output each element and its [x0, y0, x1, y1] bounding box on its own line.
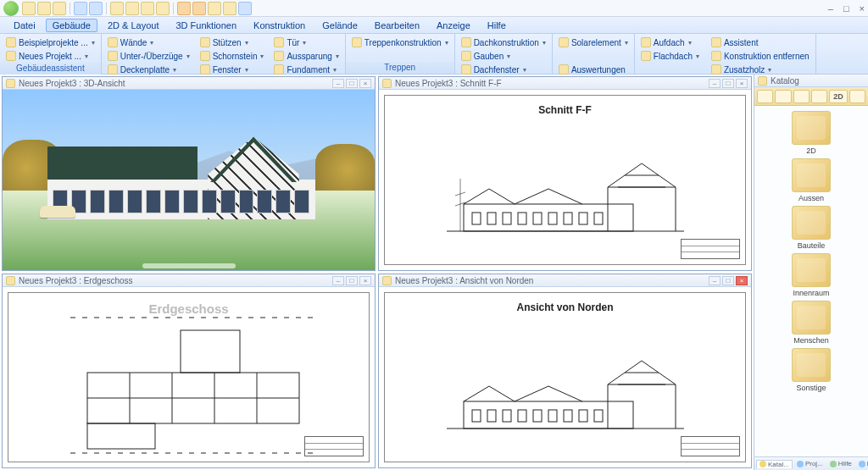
qat-tool-icon[interactable]: [223, 2, 236, 15]
catalog-tool-icon[interactable]: [849, 90, 865, 103]
ribbon-button[interactable]: Solarelement▾: [556, 36, 631, 49]
window-close-button[interactable]: ×: [860, 3, 865, 14]
mdi-close-button[interactable]: ×: [736, 79, 748, 88]
ribbon-button-label: Gauben: [474, 52, 504, 61]
mdi-body[interactable]: [3, 90, 375, 270]
car-icon: [40, 206, 75, 218]
ribbon-button[interactable]: Aussparung▾: [271, 49, 341, 63]
mdi-min-button[interactable]: –: [332, 79, 344, 88]
catalog-item[interactable]: Sonstige: [787, 348, 836, 392]
menu-item-bearbeiten[interactable]: Bearbeiten: [368, 19, 426, 32]
qat-new-icon[interactable]: [22, 2, 36, 15]
catalog-tool-icon[interactable]: [757, 90, 773, 103]
document-icon: [6, 79, 15, 88]
ribbon-button[interactable]: Treppenkonstruktion▾: [349, 36, 451, 49]
mdi-min-button[interactable]: –: [709, 79, 721, 88]
catalog-tab[interactable]: Katal...: [756, 460, 793, 468]
qat-save-icon[interactable]: [53, 2, 66, 15]
qat-tool-icon[interactable]: [208, 2, 221, 15]
ribbon-button[interactable]: Stützen▾: [198, 36, 267, 49]
qat-tool-icon[interactable]: [110, 2, 124, 15]
qat-undo-icon[interactable]: [74, 2, 87, 15]
catalog-2d-button[interactable]: 2D: [829, 90, 847, 103]
mdi-title-bar[interactable]: Neues Projekt3 : Schnitt F-F–□×: [379, 77, 751, 90]
chevron-down-icon: ▾: [507, 53, 510, 60]
ribbon-button[interactable]: Wände▾: [105, 36, 192, 49]
window-maximize-button[interactable]: □: [843, 3, 849, 14]
ribbon-button[interactable]: Schornstein▾: [198, 49, 267, 63]
mdi-title-bar[interactable]: Neues Projekt3 : Erdgeschoss–□×: [3, 274, 375, 287]
ribbon-button[interactable]: Aufdach▾: [638, 36, 702, 49]
mdi-min-button[interactable]: –: [709, 276, 721, 285]
catalog-item[interactable]: Menschen: [787, 301, 836, 345]
ribbon-button-label: Aufdach: [654, 38, 685, 47]
workspace: Neues Projekt3 : 3D-Ansicht–□×Neues Proj…: [0, 75, 868, 470]
menu-item-konstruktion[interactable]: Konstruktion: [247, 19, 312, 32]
ribbon-button[interactable]: Tür▾: [271, 36, 341, 49]
catalog-tool-icon[interactable]: [775, 90, 791, 103]
mdi-body[interactable]: Erdgeschoss: [3, 287, 375, 467]
menu-item-hilfe[interactable]: Hilfe: [481, 19, 513, 32]
qat-redo-icon[interactable]: [89, 2, 103, 15]
ribbon-button-label: Konstruktion entfernen: [724, 52, 810, 61]
app-icon[interactable]: [3, 1, 19, 16]
catalog-item[interactable]: Innenraum: [787, 253, 836, 297]
mdi-max-button[interactable]: □: [722, 79, 734, 88]
ribbon-button[interactable]: Flachdach▾: [638, 49, 702, 63]
qat-tool-icon[interactable]: [141, 2, 154, 15]
menu-item-anzeige[interactable]: Anzeige: [430, 19, 477, 32]
mdi-title-label: Neues Projekt3 : Ansicht von Norden: [395, 276, 533, 285]
drawing-sheet[interactable]: Schnitt F-F: [384, 95, 746, 265]
view-slider[interactable]: [142, 263, 236, 268]
ribbon-button[interactable]: Konstruktion entfernen: [709, 49, 812, 63]
catalog-tab-label: Katal...: [768, 461, 789, 468]
catalog-title-bar[interactable]: Katalog: [754, 75, 868, 87]
mdi-max-button[interactable]: □: [722, 276, 734, 285]
mdi-window: Neues Projekt3 : Ansicht von Norden–□×An…: [378, 274, 752, 468]
ribbon-button[interactable]: Gauben▾: [459, 49, 548, 63]
drawing-sheet[interactable]: Erdgeschoss: [8, 292, 370, 462]
catalog-item[interactable]: Aussen: [787, 158, 836, 202]
mdi-max-button[interactable]: □: [346, 276, 358, 285]
mdi-title-bar[interactable]: Neues Projekt3 : Ansicht von Norden–□×: [379, 274, 751, 287]
ribbon-button-icon: [200, 51, 210, 61]
catalog-tab[interactable]: Proj...: [794, 460, 826, 467]
menu-item-gel-nde[interactable]: Gelände: [315, 19, 364, 32]
qat-sep: [106, 3, 107, 14]
menu-item-datei[interactable]: Datei: [7, 19, 42, 32]
mdi-body[interactable]: Schnitt F-F: [379, 90, 751, 270]
qat-tool-icon[interactable]: [156, 2, 170, 15]
ribbon-button[interactable]: Beispielprojekte ...▾: [3, 36, 97, 49]
drawing-sheet[interactable]: Ansicht von Norden: [384, 292, 746, 462]
catalog-item[interactable]: Bauteile: [787, 206, 836, 250]
mdi-body[interactable]: Ansicht von Norden: [379, 287, 751, 467]
mdi-max-button[interactable]: □: [346, 79, 358, 88]
mdi-close-button[interactable]: ×: [359, 276, 371, 285]
catalog-tab[interactable]: Rau...: [856, 460, 868, 467]
mdi-title-bar[interactable]: Neues Projekt3 : 3D-Ansicht–□×: [3, 77, 375, 90]
ribbon-button[interactable]: Neues Projekt ...▾: [3, 49, 97, 63]
qat-tool-icon[interactable]: [192, 2, 206, 15]
catalog-tool-icon[interactable]: [793, 90, 810, 103]
menu-item-geb-ude[interactable]: Gebäude: [46, 19, 97, 32]
catalog-tab[interactable]: Hilfe: [827, 460, 854, 467]
view-3d[interactable]: [3, 90, 375, 270]
catalog-item[interactable]: 2D: [787, 111, 836, 155]
mdi-close-button[interactable]: ×: [736, 276, 748, 285]
qat-tool-icon[interactable]: [125, 2, 139, 15]
mdi-close-button[interactable]: ×: [359, 79, 371, 88]
ribbon-button[interactable]: Unter-/Überzüge▾: [105, 49, 192, 63]
chevron-down-icon: ▾: [303, 39, 306, 47]
qat-tool-icon[interactable]: [177, 2, 191, 15]
menu-item-3d-funktionen[interactable]: 3D Funktionen: [170, 19, 244, 32]
qat-dropdown-icon[interactable]: [238, 2, 252, 15]
ribbon-button[interactable]: Assistent: [709, 36, 812, 49]
window-minimize-button[interactable]: –: [828, 3, 833, 14]
catalog-tool-icon[interactable]: [811, 90, 827, 103]
ribbon-button-icon: [274, 51, 284, 61]
ribbon-button[interactable]: Dachkonstruktion▾: [459, 36, 548, 49]
chevron-down-icon: ▾: [696, 53, 699, 60]
mdi-min-button[interactable]: –: [332, 276, 344, 285]
qat-open-icon[interactable]: [37, 2, 51, 15]
menu-item-2d-layout[interactable]: 2D & Layout: [101, 19, 166, 32]
